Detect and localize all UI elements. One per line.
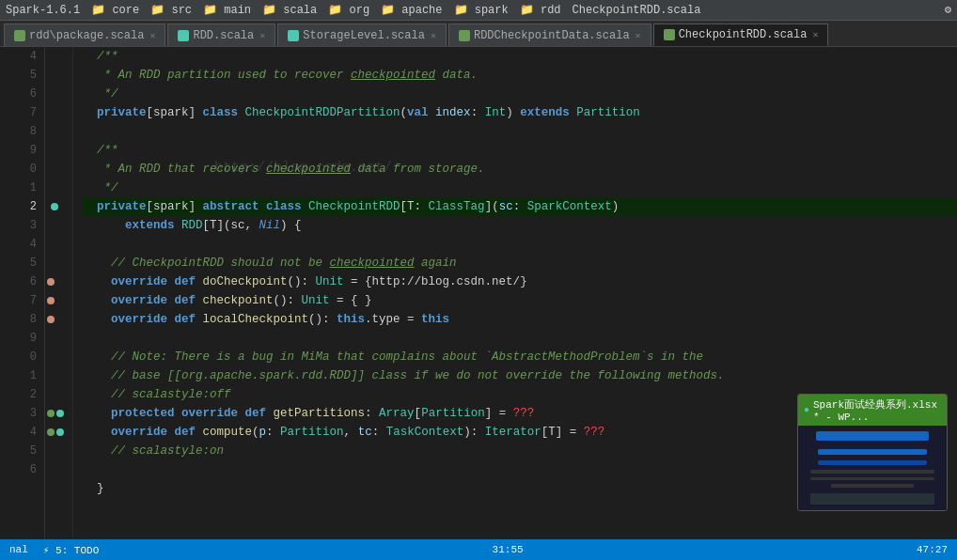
- type-taskcontext-24: TaskContext: [386, 423, 464, 442]
- bookmark-icon-16[interactable]: [47, 278, 55, 286]
- bookmark-icon-17[interactable]: [47, 297, 55, 304]
- bookmark-icon-12[interactable]: [51, 203, 58, 210]
- tab-close-checkpointrdd[interactable]: ✕: [812, 29, 818, 40]
- icon-row-24: [45, 423, 72, 442]
- menu-version[interactable]: Spark-1.6.1: [6, 4, 80, 17]
- icon-row-5: [45, 66, 72, 85]
- menu-rdd[interactable]: 📁 rdd: [520, 3, 561, 17]
- icon-row-6: [45, 85, 72, 103]
- fn-compute-24: compute: [203, 423, 253, 442]
- fn-getpartitions-23: getPartitions: [274, 404, 366, 423]
- icon-row-13: [45, 216, 72, 235]
- line-23: 3: [0, 404, 37, 423]
- icon-row-11: [45, 179, 72, 197]
- code-line-5: * An RDD partition used to recover check…: [83, 66, 957, 85]
- bookmark-icon-23a[interactable]: [47, 410, 55, 417]
- comment-10c: data from storage.: [351, 160, 485, 179]
- kw-override-18: override def: [83, 310, 203, 329]
- comment-checkpointed-10: checkpointed: [266, 160, 351, 179]
- tab-label-storage: StorageLevel.scala: [303, 29, 425, 42]
- comment-22: // scalastyle:off: [83, 385, 231, 404]
- tab-close-storage[interactable]: ✕: [431, 30, 436, 41]
- tab-checkpointrdd[interactable]: CheckpointRDD.scala ✕: [653, 23, 829, 46]
- tooltip-preview: [798, 426, 947, 510]
- menu-core[interactable]: 📁 core: [91, 3, 139, 17]
- kw-val-7: val: [407, 103, 435, 122]
- menu-apache[interactable]: 📁 apache: [381, 3, 442, 17]
- type-rdd-13: RDD: [181, 216, 203, 235]
- icon-row-12: [45, 197, 72, 216]
- line-7: 7: [0, 103, 37, 122]
- menu-main[interactable]: 📁 main: [203, 3, 251, 17]
- comment-open-9: /**: [83, 141, 118, 160]
- fn-localcheckpoint-18: localCheckpoint: [203, 310, 309, 329]
- type-array-23: Array: [379, 404, 415, 423]
- kw-this-18: this: [337, 310, 365, 329]
- comment-15b: again: [415, 254, 457, 272]
- comment-20b: complains about `AbstractMethodProblem`s…: [365, 348, 703, 366]
- tab-icon-checkpointrdd: [664, 29, 675, 40]
- kw-override-17: override def: [83, 291, 203, 310]
- tab-checkpointdata[interactable]: RDDCheckpointData.scala ✕: [448, 23, 651, 46]
- comment-checkpointed-5: checkpointed: [351, 66, 435, 85]
- line-21: 1: [0, 366, 37, 385]
- line-20: 0: [0, 348, 37, 366]
- line-22: 2: [0, 385, 37, 404]
- bookmark-icon-23b[interactable]: [56, 410, 64, 417]
- kw-override-24: override def: [83, 423, 203, 442]
- line-5: 5: [0, 66, 37, 85]
- status-nav: nal: [9, 544, 28, 555]
- tooltip-title[interactable]: ● Spark面试经典系列.xlsx * - WP...: [798, 395, 947, 426]
- tab-rdd[interactable]: RDD.scala ✕: [167, 23, 275, 46]
- code-line-6: */: [83, 85, 957, 103]
- comment-that-10: that: [167, 160, 196, 179]
- bookmark-icon-18[interactable]: [47, 316, 55, 323]
- status-time: 47:27: [917, 544, 948, 555]
- tooltip-label: Spark面试经典系列.xlsx * - WP...: [813, 397, 941, 423]
- menu-settings-icon[interactable]: ⚙: [945, 3, 951, 17]
- icon-row-21: [45, 366, 72, 385]
- comment-21: // base [[org.apache.spark.rdd.RDD]] cla…: [83, 366, 725, 385]
- line-11: 1: [0, 179, 37, 197]
- code-line-8: [83, 122, 957, 141]
- preview-bar-1: [818, 449, 928, 454]
- code-line-9: /**: [83, 141, 957, 160]
- menu-src[interactable]: 📁 src: [150, 3, 192, 17]
- code-line-16: override def doCheckpoint(): Unit = {htt…: [83, 272, 957, 291]
- icon-margin: [45, 47, 73, 539]
- menu-spark[interactable]: 📁 spark: [454, 3, 509, 17]
- icon-row-15: [45, 254, 72, 272]
- code-line-11: */: [83, 179, 957, 197]
- line-18: 8: [0, 310, 37, 329]
- menu-bar: Spark-1.6.1 📁 core 📁 src 📁 main 📁 scala …: [0, 0, 957, 21]
- kw-private-7: private: [83, 103, 147, 122]
- bookmark-icon-24b[interactable]: [56, 428, 64, 436]
- type-unit-17: Unit: [302, 291, 330, 310]
- comment-5b: data.: [435, 66, 478, 85]
- preview-line-2: [810, 477, 933, 481]
- tab-close-checkpointdata[interactable]: ✕: [635, 30, 641, 41]
- tab-close-rdd[interactable]: ✕: [259, 30, 265, 41]
- type-int-7: Int: [485, 103, 507, 122]
- bookmark-icon-24a[interactable]: [47, 428, 55, 436]
- status-todo[interactable]: ⚡ 5: TODO: [43, 544, 99, 556]
- line-8: 8: [0, 122, 37, 141]
- code-editor[interactable]: http://blog.csdn.net/ /** * An RDD parti…: [73, 47, 957, 539]
- line-16: 6: [0, 272, 37, 291]
- menu-org[interactable]: 📁 org: [328, 3, 369, 17]
- line-25: 5: [0, 442, 37, 460]
- code-line-21: // base [[org.apache.spark.rdd.RDD]] cla…: [83, 366, 957, 385]
- type-partition-7: Partition: [576, 103, 640, 122]
- preview-header: [816, 431, 929, 441]
- tab-icon-checkpointdata: [459, 30, 470, 41]
- tab-close-package[interactable]: ✕: [149, 30, 155, 41]
- tab-package[interactable]: rdd\package.scala ✕: [4, 23, 165, 46]
- tooltip-icon: ●: [804, 405, 809, 415]
- menu-scala[interactable]: 📁 scala: [262, 3, 317, 17]
- main-content: 4 5 6 7 8 9 0 1 2 3 4 5 6 7 8 9 0 1 2 3 …: [0, 47, 957, 539]
- menu-file[interactable]: CheckpointRDD.scala: [573, 4, 701, 17]
- tab-storage[interactable]: StorageLevel.scala ✕: [277, 23, 447, 46]
- comment-5: * An RDD partition used to recover: [83, 66, 351, 85]
- comment-20: // Note: There is a bug in MiMa: [83, 348, 337, 366]
- icon-row-17: [45, 291, 72, 310]
